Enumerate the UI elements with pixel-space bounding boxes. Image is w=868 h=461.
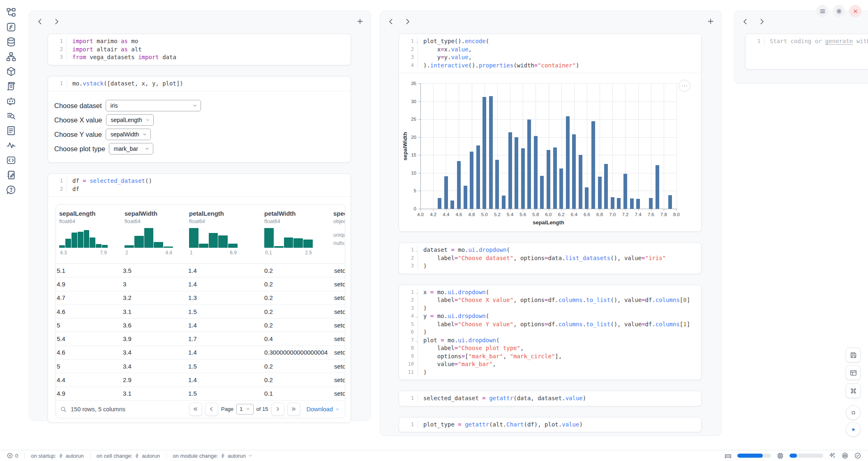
- code-line: 8 label="Choose plot type",: [399, 344, 697, 353]
- column-header-species[interactable]: speciesobjectunique:nulls:: [333, 210, 345, 263]
- next-page-button[interactable]: [271, 403, 284, 416]
- first-page-button[interactable]: [189, 403, 202, 416]
- menu-button[interactable]: [816, 5, 829, 17]
- plus-icon: [706, 17, 715, 25]
- sidebar-item-search-list[interactable]: [6, 111, 16, 121]
- code-token: df.: [645, 297, 656, 303]
- close-button[interactable]: [849, 5, 861, 17]
- search-icon[interactable]: [60, 406, 67, 413]
- runtime-setting-1[interactable]: on cell change:autorun: [97, 453, 160, 459]
- sidebar-item-logs[interactable]: [6, 81, 16, 92]
- column-header-sepalLength[interactable]: sepalLengthfloat644.37.9: [59, 210, 125, 263]
- dropdown-select[interactable]: sepalWidth: [106, 129, 151, 140]
- generate-with-ai-link[interactable]: generate: [825, 38, 853, 44]
- errors-indicator[interactable]: 0: [7, 452, 18, 459]
- column-prev-button[interactable]: [741, 17, 751, 27]
- runtime-setting-2[interactable]: on module change:autorun: [173, 453, 253, 459]
- fold-chevron-icon[interactable]: [415, 338, 418, 342]
- settings-button[interactable]: [833, 5, 845, 17]
- sidebar-item-dependency-graph[interactable]: [6, 51, 16, 62]
- table-cell: 3.1: [122, 390, 187, 397]
- column-dtype: float64: [264, 218, 333, 224]
- column-prev-button[interactable]: [36, 17, 46, 27]
- chevron-right-icon: [275, 406, 281, 412]
- interrupt-button[interactable]: [846, 405, 861, 420]
- sidebar-item-snippets[interactable]: [6, 125, 16, 136]
- code-editor[interactable]: 1plot_type = getattr(alt.Chart(df), plot…: [399, 417, 701, 432]
- page-label: Page: [221, 406, 233, 412]
- column-prev-button[interactable]: [387, 17, 397, 27]
- table-cell: 0.2: [263, 363, 333, 370]
- x-tick: [651, 209, 651, 211]
- sparkles-button[interactable]: [829, 452, 836, 459]
- sidebar-item-output-console[interactable]: [6, 155, 16, 166]
- code-token: ): [583, 395, 586, 401]
- table-cell: 1.3: [187, 294, 263, 301]
- code-editor[interactable]: 1dataset = mo.ui.dropdown(2 label="Choos…: [399, 243, 701, 274]
- fold-chevron-icon[interactable]: [415, 39, 418, 43]
- table-header-row: sepalLengthfloat644.37.9sepalWidthfloat6…: [56, 205, 345, 264]
- code-token: "Choose dataset": [458, 255, 513, 261]
- add-cell-button[interactable]: [356, 17, 366, 27]
- add-cell-button[interactable]: [706, 17, 716, 27]
- runtime-setting-0[interactable]: on startup:autorun: [31, 453, 84, 459]
- code-editor[interactable]: 1Start coding or generate with AI: [746, 34, 868, 49]
- dropdown-select[interactable]: iris: [106, 100, 201, 111]
- code-editor[interactable]: 1df = selected_dataset()2df: [48, 174, 351, 196]
- column-next-button[interactable]: [52, 17, 62, 27]
- column-next-button[interactable]: [403, 17, 413, 27]
- logs-icon: [6, 81, 16, 92]
- sidebar-item-database[interactable]: [6, 37, 16, 47]
- x-tick-label: 6.4: [571, 212, 577, 217]
- function-icon: [6, 22, 16, 32]
- sidebar-item-chatbot[interactable]: [6, 96, 16, 106]
- page-select[interactable]: 1: [236, 404, 253, 415]
- sidebar-item-help[interactable]: [6, 184, 16, 195]
- save-button[interactable]: [846, 348, 861, 362]
- column-header-petalLength[interactable]: petalLengthfloat6416.9: [189, 210, 264, 263]
- sidebar-item-function[interactable]: [6, 22, 16, 32]
- check-circle-button[interactable]: [854, 452, 861, 459]
- app-layout-button[interactable]: [846, 365, 861, 380]
- code-token: import: [138, 54, 159, 60]
- bot-button[interactable]: [841, 452, 849, 459]
- code-token: ): [576, 62, 579, 69]
- code-token: 1: [683, 321, 686, 327]
- chevron-right-icon: [757, 17, 766, 26]
- column-header-petalWidth[interactable]: petalWidthfloat640.12.5: [264, 210, 333, 263]
- last-page-button[interactable]: [287, 403, 300, 416]
- column-meta-line: nulls:: [333, 239, 345, 247]
- chart-actions-button[interactable]: [679, 80, 690, 92]
- table-cell: 3.1: [122, 308, 187, 315]
- code-editor[interactable]: 1plot_type().encode(2 x=x.value,3 y=y.va…: [399, 34, 701, 73]
- code-editor[interactable]: 1selected_dataset = getattr(data, datase…: [399, 391, 701, 406]
- sidebar-item-file-tree[interactable]: [6, 7, 16, 18]
- sidebar-item-activity[interactable]: [6, 140, 16, 151]
- table-row: 53.61.40.2setosa: [56, 318, 345, 332]
- run-all-button[interactable]: [846, 422, 861, 437]
- prev-page-button[interactable]: [205, 403, 218, 416]
- dropdown-select[interactable]: mark_bar: [109, 143, 153, 154]
- dropdown-select[interactable]: sepalLength: [106, 114, 154, 126]
- fold-chevron-icon[interactable]: [415, 314, 418, 318]
- column-next-button[interactable]: [757, 17, 767, 27]
- column-header-sepalWidth[interactable]: sepalWidthfloat6424.4: [125, 210, 189, 263]
- code-token: data.: [548, 255, 565, 261]
- code-token: ().: [469, 62, 479, 69]
- code-editor[interactable]: 1x = mo.ui.dropdown(2 label="Choose X va…: [399, 285, 701, 380]
- chevron-down-icon: [248, 453, 253, 458]
- keyboard-shortcuts-button[interactable]: [846, 383, 861, 398]
- fold-chevron-icon[interactable]: [415, 248, 418, 251]
- table-cell: 0.30000000000000004: [263, 349, 333, 356]
- code-token: =: [451, 247, 454, 253]
- placeholder-text: with AI: [853, 38, 868, 44]
- code-editor[interactable]: 1mo.vstack([dataset, x, y, plot]): [48, 76, 351, 91]
- sidebar-item-scratchpad[interactable]: [6, 170, 16, 180]
- sidebar-item-package[interactable]: [6, 66, 16, 77]
- fold-chevron-icon[interactable]: [415, 290, 418, 294]
- code-editor[interactable]: 1import marimo as mo2import altair as al…: [48, 34, 351, 65]
- code-line: 1df = selected_dataset(): [48, 177, 346, 185]
- histogram-range: 16.9: [189, 250, 238, 256]
- download-button[interactable]: Download: [307, 406, 340, 413]
- histogram-bar: [84, 230, 90, 248]
